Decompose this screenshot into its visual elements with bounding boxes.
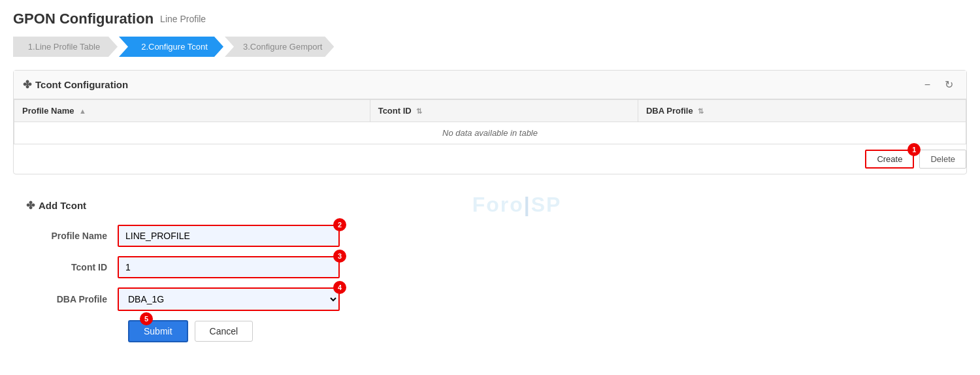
callout-badge-2: 2 (333, 218, 346, 231)
puzzle-icon-add: ✤ (26, 199, 35, 212)
sort-icon-profile: ▲ (79, 107, 86, 115)
puzzle-icon: ✤ (23, 78, 31, 91)
profile-name-label: Profile Name (26, 231, 118, 241)
tcont-id-input[interactable] (118, 256, 340, 278)
dba-profile-select[interactable]: DBA_1G DBA_100M DBA_10M (118, 287, 340, 311)
create-button[interactable]: Create (865, 150, 914, 169)
step-1[interactable]: 1.Line Profile Table (13, 37, 118, 57)
add-tcont-section: ✤ Add Tcont Foro|SP Profile Name 2 Tcont… (13, 186, 967, 355)
step-3-label: 3.Configure Gemport (243, 42, 322, 52)
profile-name-input[interactable] (118, 225, 340, 247)
panel-actions: − ↻ (921, 77, 957, 92)
sort-icon-tcont: ⇅ (416, 107, 422, 115)
steps-bar: 1.Line Profile Table 2.Configure Tcont 3… (13, 37, 967, 57)
col-tcont-id: Tcont ID ⇅ (370, 100, 638, 122)
table-empty-cell: No data available in table (14, 122, 966, 144)
dba-profile-label: DBA Profile (26, 294, 118, 304)
submit-button[interactable]: Submit (128, 320, 188, 342)
page-header: GPON Configuration Line Profile (13, 10, 967, 27)
tcont-id-input-wrapper: 3 (118, 256, 340, 278)
create-btn-wrapper: 1 Create (865, 150, 914, 169)
table-empty-row: No data available in table (14, 122, 966, 144)
table-action-row: 1 Create Delete (14, 144, 966, 174)
page-wrapper: GPON Configuration Line Profile 1.Line P… (0, 0, 980, 366)
callout-badge-3: 3 (333, 250, 346, 263)
tcont-id-label: Tcont ID (26, 262, 118, 272)
dba-profile-group: DBA Profile 4 DBA_1G DBA_100M DBA_10M (26, 287, 967, 311)
delete-button[interactable]: Delete (919, 150, 966, 169)
cancel-button[interactable]: Cancel (195, 321, 253, 342)
dba-profile-select-wrapper: 4 DBA_1G DBA_100M DBA_10M (118, 287, 340, 311)
tcont-panel: ✤ Tcont Configuration − ↻ Profile Name ▲… (13, 70, 967, 174)
profile-name-input-wrapper: 2 (118, 225, 340, 247)
profile-name-group: Profile Name 2 (26, 225, 967, 247)
col-profile-name: Profile Name ▲ (14, 100, 370, 122)
step-3[interactable]: 3.Configure Gemport (225, 37, 334, 57)
callout-badge-5: 5 (140, 312, 153, 325)
panel-title-text: Tcont Configuration (35, 79, 128, 90)
tcont-table: Profile Name ▲ Tcont ID ⇅ DBA Profile ⇅ … (14, 99, 966, 144)
callout-badge-1: 1 (907, 143, 921, 156)
panel-header: ✤ Tcont Configuration − ↻ (14, 71, 966, 99)
step-2[interactable]: 2.Configure Tcont (119, 37, 223, 57)
tcont-id-group: Tcont ID 3 (26, 256, 967, 278)
page-subtitle: Line Profile (160, 14, 206, 24)
table-header-row: Profile Name ▲ Tcont ID ⇅ DBA Profile ⇅ (14, 100, 966, 122)
add-tcont-title: ✤ Add Tcont (26, 199, 967, 212)
col-dba-profile: DBA Profile ⇅ (638, 100, 966, 122)
refresh-button[interactable]: ↻ (941, 77, 957, 92)
step-1-label: 1.Line Profile Table (28, 42, 100, 52)
callout-badge-4: 4 (333, 281, 346, 294)
sort-icon-dba: ⇅ (698, 107, 704, 115)
minimize-button[interactable]: − (921, 77, 934, 92)
form-buttons: 5 Submit Cancel (128, 320, 967, 342)
page-title: GPON Configuration (13, 10, 154, 27)
panel-title: ✤ Tcont Configuration (23, 78, 128, 91)
step-2-label: 2.Configure Tcont (141, 42, 208, 52)
